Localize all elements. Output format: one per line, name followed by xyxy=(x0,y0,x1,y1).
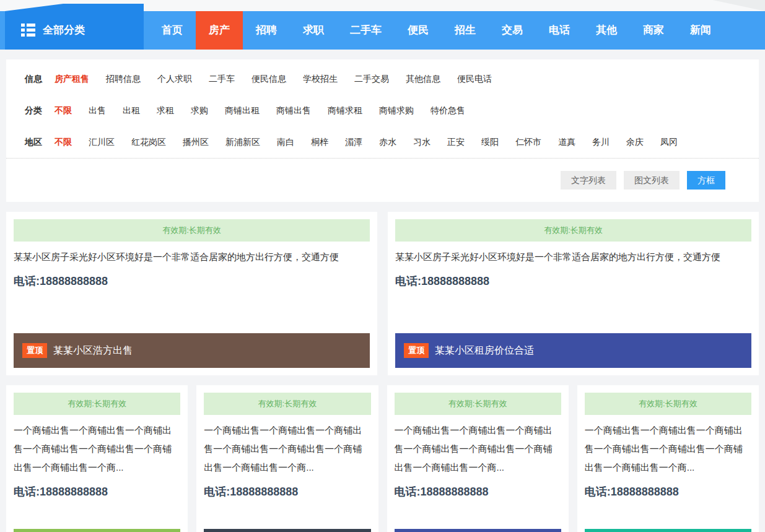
listing-description: 某某小区房子采光好小区环境好是一个非常适合居家的地方出行方便，交通方便 xyxy=(14,248,370,266)
listing-phone: 电话:18888888888 xyxy=(204,484,370,499)
featured-card-grid: 有效期:长期有效某某小区房子采光好小区环境好是一个非常适合居家的地方出行方便，交… xyxy=(6,212,759,375)
filter-option[interactable]: 桐梓 xyxy=(311,137,328,148)
corner-swoosh-decoration xyxy=(684,0,765,11)
nav-item-1[interactable]: 房产 xyxy=(196,11,243,50)
validity-banner: 有效期:长期有效 xyxy=(14,393,180,415)
listing-title-bar[interactable]: 一个商铺出售 xyxy=(395,529,561,532)
nav-item-5[interactable]: 便民 xyxy=(395,11,442,50)
filter-option[interactable]: 个人求职 xyxy=(157,74,192,85)
listing-card[interactable]: 有效期:长期有效一个商铺出售一个商铺出售一个商铺出售一个商铺出售一个商铺出售一个… xyxy=(196,385,378,532)
filter-option[interactable]: 特价急售 xyxy=(431,105,465,116)
nav-item-10[interactable]: 商家 xyxy=(630,11,677,50)
nav-item-4[interactable]: 二手车 xyxy=(337,11,395,50)
filter-option[interactable]: 出售 xyxy=(89,105,106,116)
filter-option[interactable]: 汇川区 xyxy=(89,137,115,148)
filter-option[interactable]: 不限 xyxy=(55,105,72,116)
filter-option[interactable]: 红花岗区 xyxy=(131,137,166,148)
filter-option[interactable]: 余庆 xyxy=(626,137,644,148)
filter-rows: 信息房产租售招聘信息个人求职二手车便民信息学校招生二手交易其他信息便民电话分类不… xyxy=(6,59,759,159)
filter-option[interactable]: 凤冈 xyxy=(660,137,678,148)
listing-description: 一个商铺出售一个商铺出售一个商铺出售一个商铺出售一个商铺出售一个商铺出售一个商铺… xyxy=(204,421,370,477)
nav-item-11[interactable]: 新闻 xyxy=(677,11,724,50)
view-toggle-1[interactable]: 图文列表 xyxy=(624,171,680,190)
listing-description: 一个商铺出售一个商铺出售一个商铺出售一个商铺出售一个商铺出售一个商铺出售一个商铺… xyxy=(395,421,561,477)
listing-title-bar[interactable]: 置顶某某小区租房价位合适 xyxy=(395,333,751,368)
validity-banner: 有效期:长期有效 xyxy=(585,393,751,415)
listing-phone: 电话:18888888888 xyxy=(14,274,370,289)
filter-option[interactable]: 出租 xyxy=(123,105,140,116)
listing-title-bar[interactable]: 一个商铺出售 xyxy=(204,529,370,532)
filter-option[interactable]: 二手交易 xyxy=(354,74,389,85)
regular-card-grid: 有效期:长期有效一个商铺出售一个商铺出售一个商铺出售一个商铺出售一个商铺出售一个… xyxy=(6,385,759,532)
category-grid-icon xyxy=(21,24,35,37)
filter-option[interactable]: 学校招生 xyxy=(303,74,338,85)
filter-row-2: 地区不限汇川区红花岗区播州区新浦新区南白桐梓湄潭赤水习水正安绥阳仁怀市道真务川余… xyxy=(6,126,759,158)
nav-item-2[interactable]: 招聘 xyxy=(243,11,290,50)
filter-option[interactable]: 不限 xyxy=(55,137,72,148)
filter-row-label: 信息 xyxy=(25,74,55,85)
filter-option[interactable]: 二手车 xyxy=(209,74,235,85)
filter-option[interactable]: 播州区 xyxy=(183,137,209,148)
filter-option[interactable]: 求购 xyxy=(191,105,208,116)
listing-card[interactable]: 有效期:长期有效一个商铺出售一个商铺出售一个商铺出售一个商铺出售一个商铺出售一个… xyxy=(387,385,569,532)
filter-panel: 信息房产租售招聘信息个人求职二手车便民信息学校招生二手交易其他信息便民电话分类不… xyxy=(6,59,759,202)
filter-option[interactable]: 便民信息 xyxy=(251,74,286,85)
nav-item-0[interactable]: 首页 xyxy=(149,11,196,50)
filter-row-1: 分类不限出售出租求租求购商铺出租商铺出售商铺求租商铺求购特价急售 xyxy=(6,95,759,126)
all-categories-label: 全部分类 xyxy=(43,23,85,37)
filter-option[interactable]: 求租 xyxy=(157,105,174,116)
filter-option[interactable]: 赤水 xyxy=(379,137,396,148)
card-list: 有效期:长期有效某某小区房子采光好小区环境好是一个非常适合居家的地方出行方便，交… xyxy=(6,212,759,532)
filter-option[interactable]: 南白 xyxy=(277,137,294,148)
listing-card[interactable]: 有效期:长期有效一个商铺出售一个商铺出售一个商铺出售一个商铺出售一个商铺出售一个… xyxy=(6,385,188,532)
listing-phone: 电话:18888888888 xyxy=(585,484,751,499)
filter-row-label: 分类 xyxy=(25,105,55,116)
validity-banner: 有效期:长期有效 xyxy=(395,393,561,415)
listing-title-bar[interactable]: 一个商铺出售 xyxy=(585,529,751,532)
nav-item-9[interactable]: 其他 xyxy=(583,11,630,50)
view-toggle-0[interactable]: 文字列表 xyxy=(561,171,616,190)
all-categories-button[interactable]: 全部分类 xyxy=(5,4,144,50)
filter-option[interactable]: 商铺出租 xyxy=(225,105,260,116)
listing-card[interactable]: 有效期:长期有效某某小区房子采光好小区环境好是一个非常适合居家的地方出行方便，交… xyxy=(6,212,377,375)
filter-option[interactable]: 绥阳 xyxy=(481,137,499,148)
listing-title-bar[interactable]: 置顶某某小区浩方出售 xyxy=(14,333,370,368)
view-toggle-2[interactable]: 方框 xyxy=(687,171,725,190)
filter-row-0: 信息房产租售招聘信息个人求职二手车便民信息学校招生二手交易其他信息便民电话 xyxy=(6,63,759,95)
nav-item-8[interactable]: 电话 xyxy=(536,11,583,50)
listing-card[interactable]: 有效期:长期有效某某小区房子采光好小区环境好是一个非常适合居家的地方出行方便，交… xyxy=(388,212,759,375)
filter-option[interactable]: 商铺求租 xyxy=(328,105,362,116)
validity-banner: 有效期:长期有效 xyxy=(14,219,370,242)
filter-option[interactable]: 其他信息 xyxy=(406,74,440,85)
listing-title: 某某小区浩方出售 xyxy=(53,344,133,357)
filter-option[interactable]: 道真 xyxy=(558,137,575,148)
validity-banner: 有效期:长期有效 xyxy=(204,393,370,415)
listing-title-bar[interactable]: 一个商铺出售 xyxy=(14,529,180,532)
filter-option[interactable]: 便民电话 xyxy=(457,74,492,85)
filter-option[interactable]: 仁怀市 xyxy=(515,137,541,148)
listing-phone: 电话:18888888888 xyxy=(395,274,751,289)
listing-description: 某某小区房子采光好小区环境好是一个非常适合居家的地方出行方便，交通方便 xyxy=(395,248,751,266)
filter-option[interactable]: 房产租售 xyxy=(55,74,89,85)
nav-item-7[interactable]: 交易 xyxy=(489,11,536,50)
nav-item-3[interactable]: 求职 xyxy=(290,11,337,50)
pinned-badge: 置顶 xyxy=(22,343,47,358)
listing-description: 一个商铺出售一个商铺出售一个商铺出售一个商铺出售一个商铺出售一个商铺出售一个商铺… xyxy=(585,421,751,477)
listing-phone: 电话:18888888888 xyxy=(14,484,180,499)
filter-option[interactable]: 商铺出售 xyxy=(276,105,311,116)
listing-card[interactable]: 有效期:长期有效一个商铺出售一个商铺出售一个商铺出售一个商铺出售一个商铺出售一个… xyxy=(577,385,759,532)
filter-option[interactable]: 新浦新区 xyxy=(225,137,260,148)
filter-option[interactable]: 正安 xyxy=(447,137,465,148)
listing-description: 一个商铺出售一个商铺出售一个商铺出售一个商铺出售一个商铺出售一个商铺出售一个商铺… xyxy=(14,421,180,477)
filter-option[interactable]: 习水 xyxy=(413,137,431,148)
filter-option[interactable]: 商铺求购 xyxy=(379,105,414,116)
filter-option[interactable]: 务川 xyxy=(592,137,610,148)
top-header: 首页房产招聘求职二手车便民招生交易电话其他商家新闻 全部分类 xyxy=(0,0,765,50)
filter-option[interactable]: 招聘信息 xyxy=(106,74,141,85)
nav-item-6[interactable]: 招生 xyxy=(442,11,489,50)
nav-items: 首页房产招聘求职二手车便民招生交易电话其他商家新闻 xyxy=(149,11,724,50)
listing-title: 某某小区租房价位合适 xyxy=(435,344,534,357)
pinned-badge: 置顶 xyxy=(404,343,429,358)
view-toggle-row: 文字列表图文列表方框 xyxy=(6,159,759,202)
filter-option[interactable]: 湄潭 xyxy=(345,137,362,148)
